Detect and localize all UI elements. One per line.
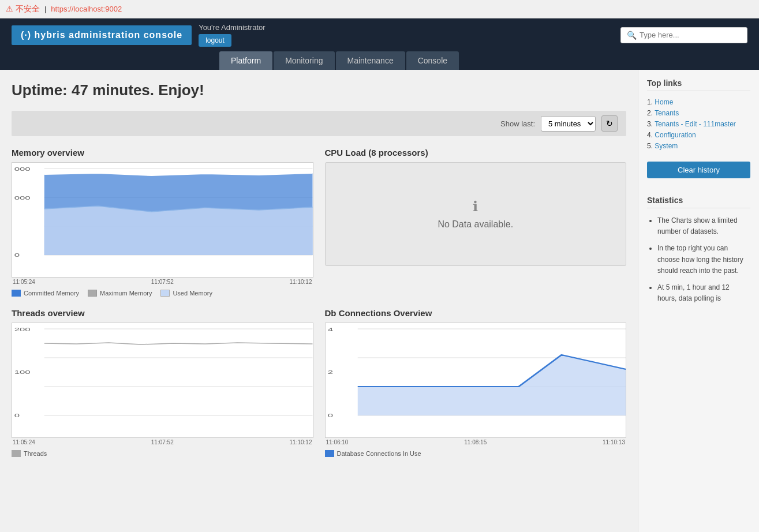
link-item-system: 5. System <box>647 142 750 150</box>
content-area: Uptime: 47 minutes. Enjoy! Show last: 5 … <box>0 70 638 532</box>
uptime-title: Uptime: 47 minutes. Enjoy! <box>12 81 626 99</box>
db-legend: Database Connections In Use <box>325 450 627 457</box>
threads-x-label-3: 11:10:12 <box>290 439 312 445</box>
legend-threads: Threads <box>12 450 47 457</box>
threads-x-label-1: 11:05:24 <box>13 439 35 445</box>
svg-text:0: 0 <box>14 413 20 418</box>
link-home[interactable]: Home <box>655 98 673 106</box>
threads-overview-section: Threads overview 200 100 0 <box>12 308 313 457</box>
svg-text:0: 0 <box>327 413 332 418</box>
svg-text:4: 4 <box>327 327 333 332</box>
db-x-label-2: 11:08:15 <box>464 439 487 445</box>
svg-text:0: 0 <box>14 252 20 258</box>
db-x-labels: 11:06:10 11:08:15 11:10:13 <box>325 439 627 445</box>
top-links-title: Top links <box>647 78 750 91</box>
memory-x-labels: 11:05:24 11:07:52 11:10:12 <box>12 279 313 285</box>
svg-text:000: 000 <box>14 195 31 201</box>
user-info: You're Administrator logout <box>199 23 265 47</box>
svg-text:000: 000 <box>14 166 31 172</box>
legend-committed-label: Committed Memory <box>24 290 79 297</box>
memory-chart-svg: 000 000 0 <box>12 163 313 267</box>
top-links-list: 1. Home 2. Tenants 3. Tenants - Edit - 1… <box>647 98 750 150</box>
db-chart-svg: 4 2 0 <box>326 323 626 427</box>
threads-x-label-2: 11:07:52 <box>151 439 174 445</box>
cpu-load-title: CPU Load (8 processors) <box>325 148 627 158</box>
search-input[interactable] <box>640 31 741 39</box>
memory-overview-section: Memory overview 000 000 0 <box>12 148 313 297</box>
threads-legend: Threads <box>12 450 313 457</box>
threads-x-labels: 11:05:24 11:07:52 11:10:12 <box>12 439 313 445</box>
legend-maximum-label: Maximum Memory <box>100 290 152 297</box>
link-system[interactable]: System <box>655 142 678 150</box>
legend-used: Used Memory <box>160 290 212 297</box>
tab-platform[interactable]: Platform <box>219 51 272 70</box>
threads-chart-wrapper: 200 100 0 11:05:24 11:07:52 11:10:12 <box>12 323 313 457</box>
info-icon: ℹ <box>473 198 478 215</box>
memory-x-label-2: 11:07:52 <box>151 279 174 285</box>
statistics-section: Statistics The Charts show a limited num… <box>647 196 750 304</box>
svg-marker-23 <box>357 355 626 415</box>
threads-chart-svg: 200 100 0 <box>12 323 313 427</box>
show-last-select[interactable]: 5 minutes 1 hour 12 hours <box>541 116 596 132</box>
svg-text:100: 100 <box>14 369 31 375</box>
memory-chart-wrapper: 000 000 0 <box>12 162 313 297</box>
tab-maintenance[interactable]: Maintenance <box>336 51 405 70</box>
link-item-tenants-edit: 3. Tenants - Edit - 111master <box>647 120 750 128</box>
no-data-box: ℹ No Data available. <box>325 162 627 266</box>
legend-maximum: Maximum Memory <box>88 290 152 297</box>
legend-committed-color <box>12 290 21 297</box>
main-content: Uptime: 47 minutes. Enjoy! Show last: 5 … <box>0 70 759 532</box>
statistics-title: Statistics <box>647 196 750 208</box>
legend-maximum-color <box>88 290 97 297</box>
user-label: You're Administrator <box>199 23 265 32</box>
db-connections-title: Db Connections Overview <box>325 308 627 318</box>
tab-console[interactable]: Console <box>406 51 459 70</box>
memory-overview-title: Memory overview <box>12 148 313 158</box>
memory-x-label-1: 11:05:24 <box>13 279 35 285</box>
link-item-tenants: 2. Tenants <box>647 109 750 117</box>
cpu-load-section: CPU Load (8 processors) ℹ No Data availa… <box>325 148 627 297</box>
security-warning: ⚠ 不安全 <box>6 4 40 14</box>
clear-history-button[interactable]: Clear history <box>647 162 750 178</box>
logout-button[interactable]: logout <box>199 34 231 47</box>
app-header: (·) hybris administration console You're… <box>0 18 759 51</box>
tab-monitoring[interactable]: Monitoring <box>274 51 334 70</box>
memory-chart-container: 000 000 0 <box>12 162 313 278</box>
link-tenants[interactable]: Tenants <box>655 109 679 117</box>
browser-bar: ⚠ 不安全 | https://localhost:9002 <box>0 0 759 18</box>
legend-used-color <box>160 290 170 297</box>
link-item-configuration: 4. Configuration <box>647 131 750 139</box>
legend-db-label: Database Connections In Use <box>337 450 421 457</box>
nav-tabs: Platform Monitoring Maintenance Console <box>0 51 759 70</box>
logo: (·) hybris administration console <box>12 25 192 45</box>
statistics-list: The Charts show a limited number of data… <box>647 215 750 304</box>
legend-db-connections: Database Connections In Use <box>325 450 421 457</box>
svg-text:2: 2 <box>327 369 332 375</box>
sidebar: Top links 1. Home 2. Tenants 3. Tenants … <box>638 70 759 532</box>
legend-threads-color <box>12 450 21 457</box>
link-configuration[interactable]: Configuration <box>655 131 696 139</box>
memory-x-label-3: 11:10:12 <box>290 279 312 285</box>
no-data-text: No Data available. <box>438 219 513 230</box>
db-x-label-1: 11:06:10 <box>326 439 349 445</box>
db-chart-wrapper: 4 2 0 11:06:10 11:08:15 11:10:13 <box>325 323 627 457</box>
url-bar[interactable]: https://localhost:9002 <box>51 5 122 13</box>
link-tenants-edit[interactable]: Tenants - Edit - 111master <box>655 120 736 128</box>
db-chart-container: 4 2 0 <box>325 323 627 438</box>
refresh-button[interactable]: ↻ <box>601 115 618 132</box>
db-connections-section: Db Connections Overview 4 2 0 <box>325 308 627 457</box>
stat-item-1: The Charts show a limited number of data… <box>657 215 750 237</box>
search-icon: 🔍 <box>627 31 637 40</box>
threads-overview-title: Threads overview <box>12 308 313 318</box>
search-box[interactable]: 🔍 <box>620 27 747 43</box>
stat-item-2: In the top right you can choose how long… <box>657 243 750 276</box>
legend-used-label: Used Memory <box>173 290 212 297</box>
threads-chart-container: 200 100 0 <box>12 323 313 438</box>
show-last-bar: Show last: 5 minutes 1 hour 12 hours ↻ <box>12 111 626 136</box>
link-item-home: 1. Home <box>647 98 750 106</box>
legend-db-color <box>325 450 334 457</box>
logo-area: (·) hybris administration console You're… <box>12 23 266 47</box>
memory-legend: Committed Memory Maximum Memory Used Mem… <box>12 290 313 297</box>
svg-text:200: 200 <box>14 327 31 332</box>
show-last-label: Show last: <box>500 119 535 128</box>
